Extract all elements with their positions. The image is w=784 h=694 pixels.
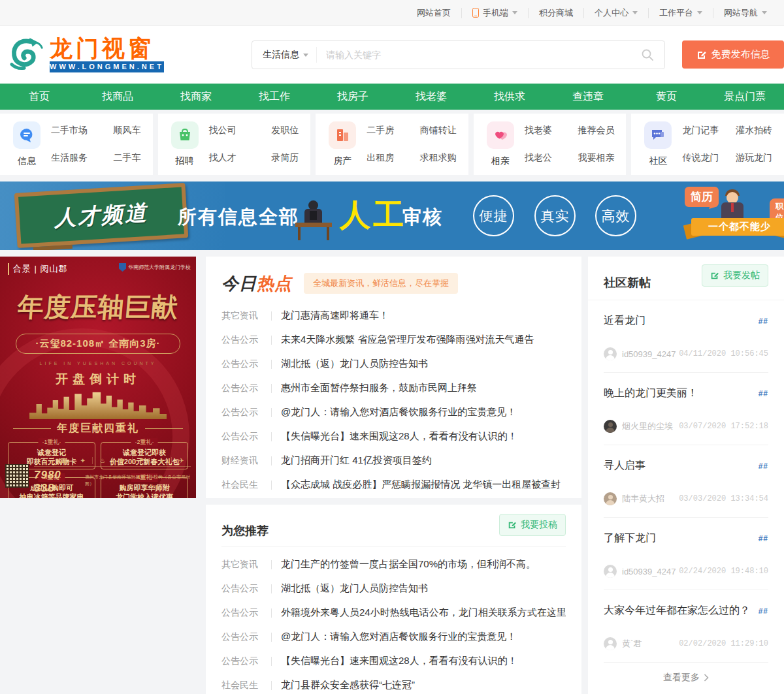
topbar-link-home[interactable]: 网站首页	[406, 8, 461, 18]
topbar-link-points-mall[interactable]: 积分商城	[528, 8, 583, 18]
category-link[interactable]: 我要相亲	[578, 152, 614, 164]
news-title[interactable]: 【失信曝光台】速来围观这28人，看看有没有认识的！	[281, 430, 517, 443]
news-category[interactable]: 社会民生	[221, 680, 262, 691]
post-author[interactable]: 黄`君	[622, 638, 679, 650]
post-title[interactable]: 了解下龙门	[604, 531, 656, 545]
category-link[interactable]: 顺风车	[114, 125, 141, 136]
search-category-select[interactable]: 生活信息	[252, 47, 317, 63]
news-title[interactable]: 外籍境外来粤人员24小时热线电话公布，龙门相关联系方式在这里！	[281, 607, 566, 619]
post-author[interactable]: id50939_4247	[622, 349, 679, 359]
category-link[interactable]: 生活服务	[51, 152, 88, 164]
new-post-button[interactable]: 我要发帖	[702, 264, 768, 287]
post-author[interactable]: 陆丰黄大招	[622, 493, 679, 505]
category-label[interactable]: 房产	[333, 155, 351, 167]
reviewer-illustration	[295, 200, 332, 241]
category-link[interactable]: 传说龙门	[682, 152, 719, 164]
category-link[interactable]: 推荐会员	[578, 125, 614, 136]
news-title[interactable]: @龙门人：请输入您对酒店餐饮服务行业的宝贵意见！	[281, 406, 516, 418]
news-category[interactable]: 社会民生	[221, 479, 262, 491]
realestate-ad-banner[interactable]: 合景 | 阅山郡 华南师范大学附属龙门学校 年度压轴巨献 ·云玺82-108㎡ …	[0, 257, 196, 498]
category-link[interactable]: 二手市场	[51, 125, 88, 136]
news-category[interactable]: 公告公示	[221, 655, 262, 667]
post-title[interactable]: 寻人启事	[604, 459, 645, 473]
news-category[interactable]: 公告公示	[221, 583, 262, 595]
news-category[interactable]: 公告公示	[221, 334, 262, 346]
category-link[interactable]: 录简历	[271, 152, 299, 164]
banner-lead-text: 所有信息全部	[178, 204, 299, 230]
news-title[interactable]: 湖北抵（返）龙门人员防控告知书	[281, 358, 428, 370]
news-title[interactable]: 龙门惠清高速即将通车！	[281, 309, 389, 322]
category-label[interactable]: 招聘	[176, 155, 194, 167]
search-category-value: 生活信息	[263, 49, 299, 61]
topbar-link-site-nav[interactable]: 网站导航	[713, 8, 777, 18]
category-link[interactable]: 龙门记事	[682, 125, 719, 136]
news-category[interactable]: 公告公示	[221, 631, 262, 643]
news-category[interactable]: 其它资讯	[221, 310, 262, 322]
news-category[interactable]: 财经资讯	[221, 455, 262, 467]
banner-badge: 真实	[534, 195, 576, 236]
category-link[interactable]: 找老婆	[525, 125, 552, 136]
view-more-link[interactable]: 查看更多	[604, 663, 768, 693]
search-input[interactable]	[317, 50, 630, 60]
news-title[interactable]: @龙门人：请输入您对酒店餐饮服务行业的宝贵意见！	[281, 631, 516, 643]
images-attached-icon: ##	[759, 317, 768, 326]
news-title[interactable]: 龙门县群众安全感获得“七连冠”	[281, 679, 415, 691]
news-title[interactable]: 【失信曝光台】速来围观这28人，看看有没有认识的！	[281, 655, 517, 667]
category-link[interactable]: 求租求购	[420, 152, 457, 164]
post-author[interactable]: id50939_4247	[622, 567, 679, 576]
nav-item-traffic-violation[interactable]: 查违章	[549, 84, 627, 110]
nav-item-home[interactable]: 首页	[0, 84, 78, 110]
news-title[interactable]: 湖北抵（返）龙门人员防控告知书	[281, 582, 428, 595]
category-link[interactable]: 发职位	[271, 125, 299, 136]
recommend-news-list: 其它资讯龙门生产的竹签曾一度占据全国70%的市场，但利润不高。 公告公示湖北抵（…	[221, 552, 566, 694]
category-label[interactable]: 社区	[649, 155, 667, 167]
category-link[interactable]: 二手房	[367, 125, 394, 136]
category-link[interactable]: 出租房	[367, 152, 394, 164]
category-link[interactable]: 灌水拍砖	[736, 125, 772, 136]
free-publish-button[interactable]: 免费发布信息	[682, 40, 784, 69]
talent-channel-banner[interactable]: 人才频道 所有信息全部 人工 审核 便捷 真实 高效 简历 职位 一个都不能少	[0, 181, 784, 250]
news-item: 公告公示未来4天降水频繁 省应急管理厅发布强降雨强对流天气通告	[221, 328, 566, 352]
divider	[271, 608, 272, 618]
category-link[interactable]: 找公司	[209, 125, 237, 136]
news-title[interactable]: 惠州市全面暂停祭扫服务，鼓励市民网上拜祭	[281, 382, 477, 394]
nav-item-dating[interactable]: 找老婆	[392, 84, 470, 110]
news-category[interactable]: 公告公示	[221, 407, 262, 418]
topbar-link-user-center[interactable]: 个人中心	[583, 8, 648, 18]
category-link[interactable]: 找人才	[209, 152, 237, 164]
category-link[interactable]: 二手车	[114, 152, 141, 164]
submit-article-button[interactable]: 我要投稿	[499, 514, 566, 536]
post-title[interactable]: 近看龙门	[604, 314, 645, 328]
category-link[interactable]: 找老公	[525, 152, 552, 164]
nav-item-jobs[interactable]: 找工作	[235, 84, 314, 110]
news-title[interactable]: 龙门招商开门红 41亿投资项目签约	[281, 454, 432, 467]
news-title[interactable]: 龙门生产的竹签曾一度占据全国70%的市场，但利润不高。	[281, 558, 536, 571]
nav-item-merchants[interactable]: 找商家	[157, 84, 235, 110]
heart-icon	[487, 121, 514, 149]
category-label[interactable]: 信息	[18, 155, 36, 167]
search-button[interactable]	[630, 48, 664, 61]
nav-item-housing[interactable]: 找房子	[314, 84, 392, 110]
post-title[interactable]: 晚上的龙门更美丽！	[604, 386, 698, 400]
news-title[interactable]: 未来4天降水频繁 省应急管理厅发布强降雨强对流天气通告	[281, 334, 534, 346]
category-link[interactable]: 游玩龙门	[736, 152, 772, 164]
chevron-down-icon	[762, 11, 767, 17]
news-category[interactable]: 公告公示	[221, 431, 262, 443]
topbar-link-work-platform[interactable]: 工作平台	[648, 8, 713, 18]
nav-item-tickets[interactable]: 景点门票	[706, 84, 784, 110]
topbar-link-mobile[interactable]: 手机端	[461, 8, 528, 18]
category-link[interactable]: 商铺转让	[420, 125, 457, 136]
news-title[interactable]: 【众志成城 战疫必胜】严惩瞒报漏报情况 龙华镇一出租屋被查封	[281, 479, 561, 491]
news-category[interactable]: 其它资讯	[221, 559, 262, 571]
news-category[interactable]: 公告公示	[221, 607, 262, 619]
post-title[interactable]: 大家今年过年都在家怎么过的？	[604, 604, 750, 618]
nav-item-supply-demand[interactable]: 找供求	[470, 84, 549, 110]
post-author[interactable]: 烟火里的尘埃	[622, 420, 679, 432]
news-category[interactable]: 公告公示	[221, 383, 262, 394]
news-category[interactable]: 公告公示	[221, 358, 262, 370]
category-label[interactable]: 相亲	[491, 155, 510, 167]
site-logo[interactable]: 龙门视窗 WWW.LONGMEN.NET	[8, 35, 164, 73]
news-item: 公告公示湖北抵（返）龙门人员防控告知书	[221, 352, 566, 376]
nav-item-goods[interactable]: 找商品	[78, 84, 157, 110]
nav-item-yellow-pages[interactable]: 黄页	[627, 84, 706, 110]
